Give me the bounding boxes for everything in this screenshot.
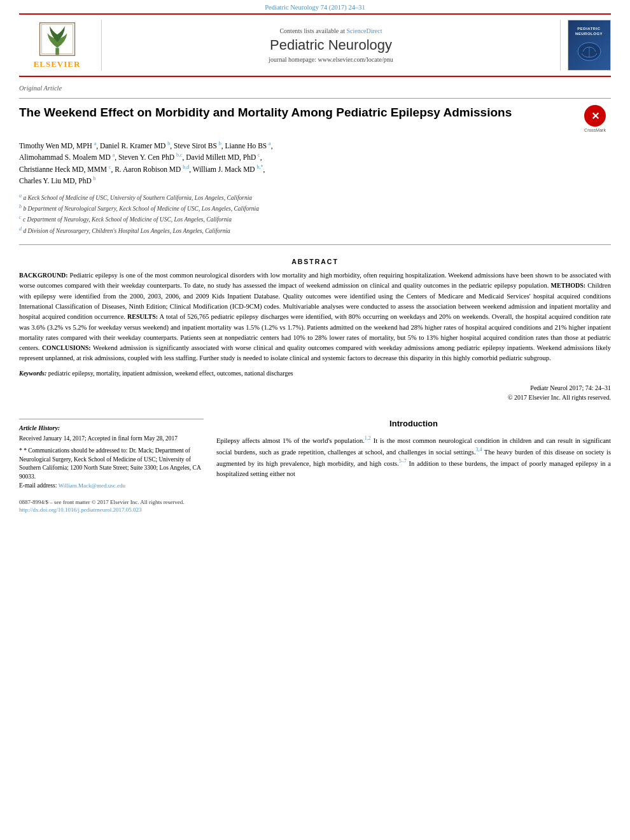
article-history-box: Article History: Received January 14, 20…	[19, 419, 204, 491]
received-text: Received January 14, 2017; Accepted in f…	[19, 435, 178, 442]
author-alimohammad: Alimohammad S. Moalem MD a	[19, 153, 115, 161]
crossmark-badge[interactable]: ✕ CrossMark	[579, 105, 611, 132]
author-lianne: Lianne Ho BS a	[225, 142, 270, 150]
cover-title: PEDIATRIC NEUROLOGY	[568, 27, 610, 37]
introduction-heading: Introduction	[216, 419, 611, 428]
citation-2: © 2017 Elsevier Inc. All rights reserved…	[508, 394, 611, 401]
abstract-heading: ABSTRACT	[19, 258, 611, 265]
elsevier-tree-icon	[35, 22, 80, 57]
received-date: Received January 14, 2017; Accepted in f…	[19, 434, 204, 443]
science-direct-link[interactable]: ScienceDirect	[346, 27, 382, 34]
elsevier-logo-block: ELSEVIER	[19, 20, 102, 71]
article-section: Original Article The Weekend Effect on M…	[19, 77, 611, 245]
keywords-text: pediatric epilepsy, mortality, inpatient…	[46, 370, 293, 377]
author-steven: Steven Y. Cen PhD b,c	[118, 153, 183, 161]
doi-link[interactable]: http://dx.doi.org/10.1016/j.pediatrneuro…	[19, 507, 142, 513]
journal-center-info: Contents lists available at ScienceDirec…	[102, 20, 560, 71]
email-label: E-mail address:	[19, 482, 57, 489]
author-timothy: Timothy Wen MD, MPH a	[19, 142, 96, 150]
cover-brain-icon	[573, 39, 605, 64]
article-title: The Weekend Effect on Morbidity and Mort…	[19, 105, 579, 121]
authors-line: Timothy Wen MD, MPH a, Daniel R. Kramer …	[19, 140, 611, 187]
journal-reference: Pediatric Neurology 74 (2017) 24–31	[0, 0, 630, 13]
keywords-line: Keywords: pediatric epilepsy, mortality,…	[19, 369, 611, 378]
left-column: Article History: Received January 14, 20…	[19, 419, 204, 514]
citation-1: Pediatr Neurol 2017; 74: 24–31	[530, 384, 611, 391]
correspondence-block: * * Communications should be addressed t…	[19, 447, 204, 491]
article-history-title: Article History:	[19, 424, 204, 431]
background-label: BACKGROUND:	[19, 272, 68, 279]
author-daniel: Daniel R. Kramer MD b	[100, 142, 170, 150]
article-title-row: The Weekend Effect on Morbidity and Mort…	[19, 105, 611, 132]
conclusions-label: CONCLUSIONS:	[42, 344, 91, 351]
intro-text-1: Epilepsy affects almost 1% of the world'…	[216, 437, 365, 444]
abstract-top-divider	[19, 244, 611, 245]
introduction-text: Epilepsy affects almost 1% of the world'…	[216, 435, 611, 480]
abstract-body: BACKGROUND: Pediatric epilepsy is one of…	[19, 270, 611, 363]
ref-2: 3,4	[476, 447, 482, 452]
affiliation-b: b b Department of Neurological Surgery, …	[19, 203, 611, 213]
two-column-layout: Article History: Received January 14, 20…	[19, 419, 611, 514]
affiliations-block: a a Keck School of Medicine of USC, Univ…	[19, 192, 611, 236]
affiliation-a: a a Keck School of Medicine of USC, Univ…	[19, 192, 611, 202]
correspondence-label: * Communications should be addressed to:	[24, 447, 127, 454]
issn-text: 0887-8994/$ – see front matter © 2017 El…	[19, 498, 204, 507]
journal-cover-image: PEDIATRIC NEUROLOGY	[560, 20, 611, 71]
issn-block: 0887-8994/$ – see front matter © 2017 El…	[19, 498, 204, 514]
crossmark-icon: ✕	[584, 105, 606, 127]
author-aaron: R. Aaron Robison MD b,d	[115, 165, 189, 173]
contents-available-text: Contents lists available at	[279, 27, 344, 34]
abstract-section: ABSTRACT BACKGROUND: Pediatric epilepsy …	[19, 251, 611, 408]
author-william: William J. Mack MD b,*	[193, 165, 263, 173]
crossmark-label: CrossMark	[584, 128, 606, 132]
author-charles: Charles Y. Liu MD, PhD b	[19, 177, 96, 185]
email-link[interactable]: William.Mack@med.usc.edu	[59, 482, 125, 489]
conclusions-text: Weekend admission is significantly assoc…	[19, 344, 611, 361]
right-column: Introduction Epilepsy affects almost 1% …	[216, 419, 611, 514]
results-label: RESULTS:	[127, 313, 158, 320]
methods-label: METHODS:	[551, 282, 585, 289]
journal-homepage: journal homepage: www.elsevier.com/locat…	[108, 56, 554, 63]
affiliation-c: c c Department of Neurology, Keck School…	[19, 214, 611, 224]
keywords-label: Keywords:	[19, 370, 46, 377]
intro-paragraph-1: Epilepsy affects almost 1% of the world'…	[216, 435, 611, 480]
author-christianne: Christianne Heck MD, MMM c	[19, 165, 111, 173]
journal-ref-text: Pediatric Neurology 74 (2017) 24–31	[265, 4, 365, 11]
title-divider-top	[19, 98, 611, 99]
article-type: Original Article	[19, 85, 611, 92]
affiliation-d: d d Division of Neurosurgery, Children's…	[19, 225, 611, 235]
ref-1: 1,2	[365, 435, 371, 441]
cover-box: PEDIATRIC NEUROLOGY	[568, 20, 611, 71]
author-steve: Steve Sirot BS b	[174, 142, 221, 150]
journal-title: Pediatric Neurology	[108, 37, 554, 53]
author-david: David Millett MD, PhD c	[186, 153, 260, 161]
ref-3: 5–7	[399, 458, 407, 464]
science-direct-line: Contents lists available at ScienceDirec…	[108, 27, 554, 34]
journal-header: ELSEVIER Contents lists available at Sci…	[19, 13, 611, 77]
background-text: Pediatric epilepsy is one of the most co…	[19, 272, 611, 289]
elsevier-brand-text: ELSEVIER	[34, 59, 81, 69]
citation-line: Pediatr Neurol 2017; 74: 24–31 © 2017 El…	[19, 383, 611, 402]
